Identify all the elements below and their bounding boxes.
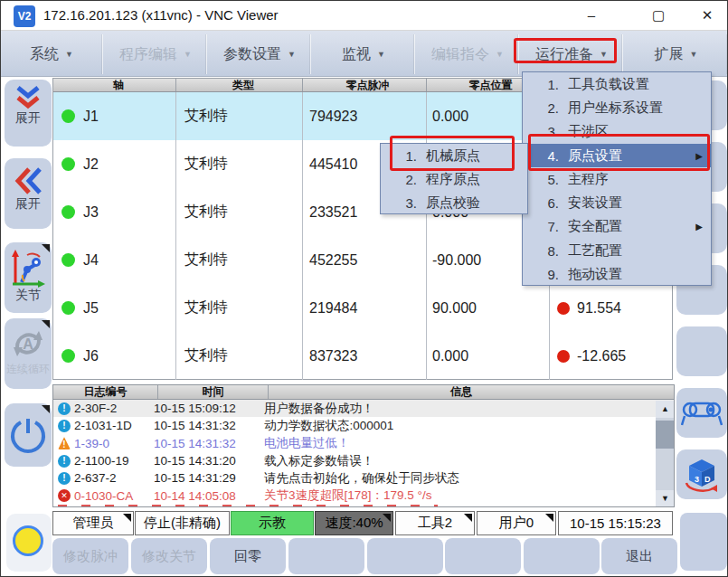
log-row[interactable]: ! 1-39-0 10-15 14:31:32 电池电量过低！ bbox=[53, 435, 674, 452]
minimize-button[interactable]: – bbox=[571, 1, 612, 30]
scroll-up-icon[interactable]: ▲ bbox=[656, 401, 675, 418]
cycle-a-icon: A bbox=[10, 326, 46, 362]
axis-status-dot bbox=[61, 253, 75, 267]
axis-type: 艾利特 bbox=[176, 140, 303, 188]
item-label: 主程序 bbox=[568, 171, 609, 188]
menu-program-edit: 程序编辑▼ bbox=[105, 34, 207, 74]
svg-text:A: A bbox=[23, 336, 33, 352]
item-number: 2. bbox=[397, 172, 417, 187]
log-row[interactable]: ! 2-637-2 10-15 14:31:29 请先点击初始化，确保处于同步状… bbox=[53, 469, 674, 487]
item-label: 工艺配置 bbox=[568, 242, 622, 260]
menu-system[interactable]: 系统▼ bbox=[1, 34, 103, 74]
modify-pulse-button: 修改脉冲 bbox=[52, 538, 128, 574]
menu-extension[interactable]: 扩展▼ bbox=[625, 34, 727, 74]
modify-joint-button: 修改关节 bbox=[131, 538, 207, 574]
highlight-box-run-preparation bbox=[514, 38, 617, 63]
log-time: 10-15 14:31:20 bbox=[154, 454, 253, 468]
log-message: 关节3速度超限[178]：179.5 °/s bbox=[264, 487, 431, 504]
servo-status-dot bbox=[13, 525, 43, 556]
log-message: 载入标定参数错误！ bbox=[264, 453, 374, 469]
chevron-down-icon: ▼ bbox=[690, 50, 698, 59]
log-row[interactable]: ! 2-1100-19 10-15 14:31:20 载入标定参数错误！ bbox=[53, 452, 674, 469]
menu-label: 系统 bbox=[30, 46, 59, 61]
continuous-cycle-button: A 连续循环 bbox=[5, 318, 52, 389]
bottom-right-button[interactable] bbox=[680, 513, 727, 571]
scroll-down-icon[interactable]: ▼ bbox=[656, 490, 675, 507]
submenu-item-origin-check[interactable]: 3.原点校验 bbox=[381, 192, 527, 215]
menu-item-tool-load[interactable]: 1.工具负载设置 bbox=[523, 72, 711, 96]
item-number: 3. bbox=[397, 195, 417, 211]
axis-type: 艾利特 bbox=[176, 284, 303, 332]
menu-bar: 系统▼ 程序编辑▼ 参数设置▼ 监视▼ 编辑指令▼ 运行准备▼ 扩展▼ bbox=[1, 31, 728, 77]
vnc-viewer-window: V2 172.16.201.123 (x11vnc) - VNC Viewer … bbox=[0, 0, 728, 577]
menu-label: 参数设置 bbox=[223, 46, 281, 61]
axis-name: J4 bbox=[83, 252, 99, 269]
scroll-thumb[interactable] bbox=[656, 421, 675, 449]
log-scrollbar[interactable]: ▲ ▼ bbox=[656, 401, 675, 507]
log-time: 10-15 14:31:32 bbox=[154, 437, 253, 450]
axis-type: 艾利特 bbox=[176, 332, 303, 380]
close-button[interactable]: ✕ bbox=[686, 1, 728, 30]
menu-parameter-settings[interactable]: 参数设置▼ bbox=[209, 34, 311, 74]
info-icon: ! bbox=[58, 455, 71, 468]
menu-item-main-program[interactable]: 5.主程序 bbox=[523, 167, 711, 191]
power-button[interactable] bbox=[5, 403, 52, 467]
table-row[interactable]: J6 艾利特 837323 0.000 -12.665 bbox=[53, 332, 672, 380]
blank-button-3 bbox=[445, 538, 521, 574]
continuous-cycle-label: 连续循环 bbox=[5, 362, 52, 377]
current-position: -12.665 bbox=[577, 348, 626, 364]
expand-left-button[interactable]: 展开 bbox=[5, 158, 52, 229]
axis-status-dot bbox=[61, 301, 75, 315]
blank-button-4 bbox=[524, 538, 600, 574]
axis-name: J5 bbox=[83, 300, 99, 317]
log-row[interactable]: ! 2-30F-2 10-15 15:09:12 用户数据备份成功！ bbox=[53, 400, 674, 417]
menu-monitor[interactable]: 监视▼ bbox=[313, 34, 415, 74]
axis-type: 艾利特 bbox=[176, 188, 303, 236]
log-header: 日志编号 时间 信息 bbox=[53, 385, 674, 400]
submenu-item-program-origin[interactable]: 2.程序原点 bbox=[381, 167, 527, 191]
item-label: 用户坐标系设置 bbox=[568, 99, 663, 117]
exit-button[interactable]: 退出 bbox=[601, 538, 677, 574]
joint-mode-button[interactable]: 关节 bbox=[5, 242, 52, 313]
right-panel-button-5[interactable] bbox=[676, 326, 727, 376]
log-panel: 日志编号 时间 信息 ! 2-30F-2 10-15 15:09:12 用户数据… bbox=[52, 384, 675, 507]
item-number: 9. bbox=[535, 267, 559, 282]
axis-type: 艾利特 bbox=[176, 236, 303, 284]
joint-robot-icon bbox=[9, 248, 47, 288]
window-title: 172.16.201.123 (x11vnc) - VNC Viewer bbox=[43, 7, 279, 23]
menu-item-drag-settings[interactable]: 9.拖动设置 bbox=[523, 262, 711, 286]
item-number: 7. bbox=[535, 219, 559, 234]
axis-status-dot bbox=[61, 349, 75, 363]
speed-badge[interactable]: 速度:40% bbox=[315, 511, 393, 535]
menu-item-process-config[interactable]: 8.工艺配置 bbox=[523, 239, 711, 262]
table-row[interactable]: J5 艾利特 219484 90.000 91.554 bbox=[53, 284, 672, 332]
expand-down-button[interactable]: 展开 bbox=[5, 80, 52, 147]
menu-label: 监视 bbox=[342, 46, 371, 61]
gamepad-button[interactable] bbox=[676, 388, 727, 438]
datetime-display: 10-15 15:15:23 bbox=[558, 511, 673, 535]
menu-item-install-settings[interactable]: 6.安装设置 bbox=[523, 191, 711, 214]
log-message: 用户数据备份成功！ bbox=[264, 401, 374, 417]
user-role-badge[interactable]: 管理员 bbox=[52, 511, 134, 535]
log-row[interactable]: ✕ 0-1030-CA 10-14 14:05:08 关节3速度超限[178]：… bbox=[53, 487, 674, 504]
item-number: 5. bbox=[535, 172, 559, 187]
axis-name: J1 bbox=[83, 109, 99, 125]
servo-indicator-button[interactable] bbox=[6, 514, 52, 572]
menu-item-safety-config[interactable]: 7.安全配置▶ bbox=[523, 215, 711, 239]
log-time: 10-15 15:09:12 bbox=[154, 402, 253, 415]
highlight-box-origin-settings bbox=[528, 134, 710, 171]
user-frame-badge[interactable]: 用户0 bbox=[477, 511, 556, 535]
tool-badge[interactable]: 工具2 bbox=[395, 511, 475, 535]
go-zero-button[interactable]: 回零 bbox=[210, 538, 286, 574]
maximize-button[interactable]: ▢ bbox=[638, 1, 679, 30]
log-id: 2-637-2 bbox=[74, 471, 154, 485]
log-row[interactable]: ! 2-1031-1D 10-15 14:31:32 动力学数据状态:00000… bbox=[53, 417, 674, 434]
axis-name: J2 bbox=[83, 156, 99, 173]
menu-item-user-frame[interactable]: 2.用户坐标系设置 bbox=[523, 96, 711, 119]
log-time: 10-15 14:31:32 bbox=[154, 419, 253, 432]
item-label: 安全配置 bbox=[568, 218, 622, 235]
3d-view-button[interactable]: 3 D bbox=[676, 449, 727, 499]
zero-pulse: 837323 bbox=[303, 332, 427, 380]
zero-pulse: 452255 bbox=[303, 236, 427, 284]
teach-mode-badge: 示教 bbox=[231, 511, 314, 535]
